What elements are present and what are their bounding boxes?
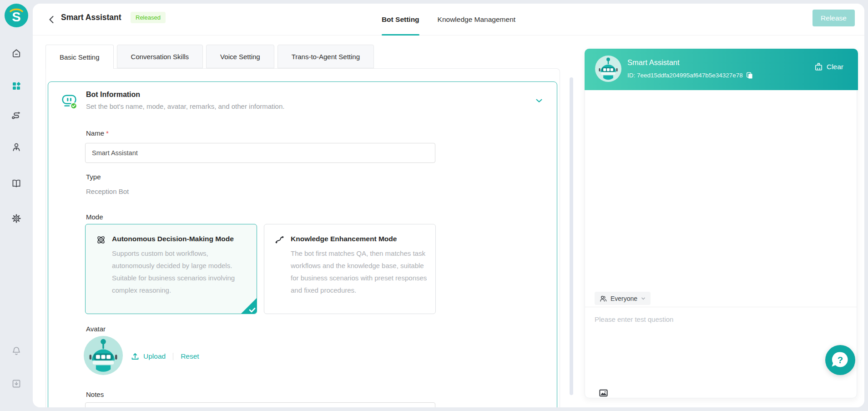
- reset-button[interactable]: Reset: [181, 352, 199, 360]
- mode-title: Autonomous Decision-Making Mode: [112, 235, 234, 243]
- vertical-scrollbar[interactable]: [570, 77, 573, 395]
- bot-avatar: [84, 336, 123, 375]
- knowledge-base-icon[interactable]: [11, 178, 22, 189]
- sidebar: S: [0, 0, 33, 411]
- tab-knowledge-management[interactable]: Knowledge Management: [438, 4, 515, 36]
- release-button[interactable]: Release: [812, 10, 855, 26]
- copy-icon[interactable]: [746, 71, 753, 79]
- mode-card-autonomous[interactable]: Autonomous Decision-Making Mode Supports…: [85, 224, 257, 314]
- required-marker: *: [106, 129, 109, 137]
- page-header: Smart Assistant Released Bot Setting Kno…: [33, 4, 864, 36]
- upload-button[interactable]: Upload: [143, 352, 166, 360]
- settings-gear-icon[interactable]: [11, 213, 22, 224]
- clear-label: Clear: [827, 63, 843, 71]
- name-input[interactable]: [85, 143, 435, 163]
- clear-icon: [814, 62, 823, 71]
- selected-check-icon: [241, 298, 257, 314]
- settings-content: Bot Information Set the bot's name, mode…: [45, 68, 560, 407]
- bot-information-icon: [61, 92, 79, 111]
- active-tab-underline: [382, 34, 419, 36]
- mode-description: The bot first matches QA, then matches t…: [291, 247, 427, 296]
- people-icon: [599, 294, 607, 303]
- mode-options: Autonomous Decision-Making Mode Supports…: [85, 224, 436, 314]
- downloads-icon[interactable]: [11, 378, 22, 389]
- bot-information-section: Bot Information Set the bot's name, mode…: [48, 81, 557, 407]
- name-label-text: Name: [86, 129, 104, 137]
- tab-bot-setting[interactable]: Bot Setting: [382, 4, 419, 36]
- audience-label: Everyone: [611, 295, 637, 302]
- section-subtitle: Set the bot's name, mode, avatar, remark…: [86, 102, 284, 110]
- chat-bot-id: ID: 7eed15ddfa204995af647b5e34327e78: [627, 71, 753, 79]
- section-title: Bot Information: [86, 91, 140, 99]
- user-icon[interactable]: [11, 142, 22, 152]
- test-question-input[interactable]: Please enter test question: [585, 307, 857, 398]
- help-button[interactable]: ?: [825, 345, 855, 375]
- notes-input[interactable]: [85, 402, 435, 407]
- tab-conversation-skills[interactable]: Conversation Skills: [117, 45, 203, 68]
- mode-title: Knowledge Enhancement Mode: [291, 235, 397, 243]
- divider: [173, 353, 173, 360]
- chat-bot-avatar: [595, 56, 621, 82]
- chat-header: Smart Assistant ID: 7eed15ddfa204995af64…: [585, 49, 858, 90]
- clear-button[interactable]: Clear: [814, 62, 843, 71]
- input-placeholder: Please enter test question: [595, 315, 673, 323]
- atom-icon: [96, 234, 106, 245]
- chat-bot-name: Smart Assistant: [627, 58, 680, 67]
- mode-label: Mode: [86, 213, 103, 221]
- type-label: Type: [86, 173, 101, 181]
- audience-selector[interactable]: Everyone: [595, 292, 651, 305]
- notes-label: Notes: [86, 391, 104, 398]
- main-panel: Smart Assistant Released Bot Setting Kno…: [33, 4, 864, 407]
- upload-icon: [131, 352, 140, 361]
- tab-knowledge-management-label: Knowledge Management: [438, 15, 515, 24]
- status-badge: Released: [131, 12, 166, 23]
- svg-text:S: S: [12, 10, 20, 24]
- page-title: Smart Assistant: [61, 13, 121, 22]
- tab-basic-setting[interactable]: Basic Setting: [45, 45, 114, 69]
- apps-icon[interactable]: [11, 81, 22, 91]
- app-logo[interactable]: S: [5, 4, 28, 27]
- route-icon: [274, 234, 285, 245]
- workflow-icon[interactable]: [11, 110, 22, 121]
- avatar-actions: Upload Reset: [131, 350, 199, 363]
- tab-bot-setting-label: Bot Setting: [382, 15, 419, 24]
- chevron-down-icon[interactable]: [534, 96, 544, 106]
- home-icon[interactable]: [11, 48, 22, 59]
- avatar-label: Avatar: [86, 325, 106, 333]
- type-value: Reception Bot: [86, 188, 129, 195]
- header-tabs: Bot Setting Knowledge Management: [382, 4, 515, 36]
- settings-tabs: Basic Setting Conversation Skills Voice …: [45, 45, 374, 68]
- tab-trans-to-agent-setting[interactable]: Trans-to-Agent Setting: [278, 45, 374, 68]
- svg-text:?: ?: [838, 355, 843, 365]
- test-chat-panel: Smart Assistant ID: 7eed15ddfa204995af64…: [585, 49, 857, 398]
- notifications-bell-icon[interactable]: [11, 345, 22, 356]
- back-button[interactable]: [46, 14, 57, 25]
- chevron-down-icon: [641, 296, 646, 301]
- mode-description: Supports custom bot workflows, autonomou…: [112, 247, 248, 296]
- attach-image-icon[interactable]: [598, 388, 609, 398]
- mode-card-knowledge-enhancement[interactable]: Knowledge Enhancement Mode The bot first…: [264, 224, 436, 314]
- chat-bot-id-text: ID: 7eed15ddfa204995af647b5e34327e78: [627, 72, 743, 79]
- tab-voice-setting[interactable]: Voice Setting: [206, 45, 274, 68]
- name-label: Name*: [86, 129, 109, 137]
